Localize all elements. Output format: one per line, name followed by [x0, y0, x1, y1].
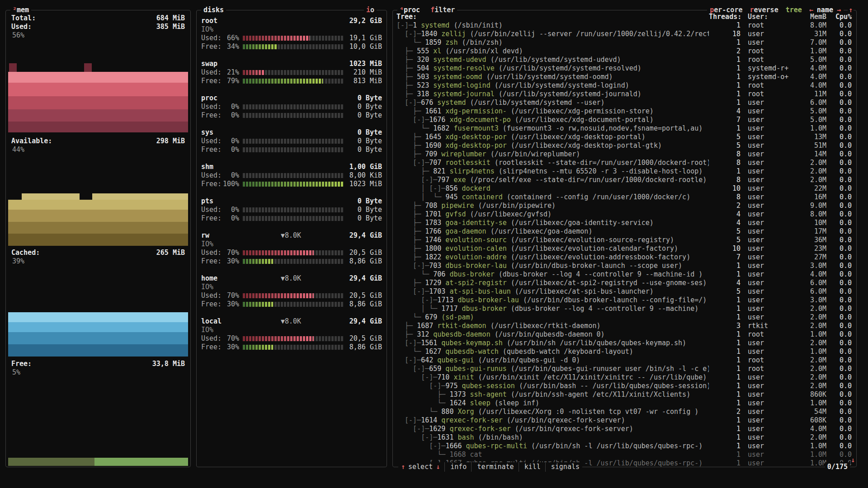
- select-up-icon[interactable]: ↑: [401, 462, 405, 472]
- process-row[interactable]: ├─ 1645xdg-desktop-por(/usr/libexec/xdg-…: [396, 133, 854, 141]
- process-user: user: [741, 373, 791, 382]
- process-row[interactable]: ├─ 1687rtkit-daemon(/usr/libexec/rtkit-d…: [396, 322, 854, 330]
- disk-used-label: Used:: [201, 137, 222, 145]
- process-pid: 1: [413, 21, 417, 29]
- disk-free-value: 0 Byte: [348, 145, 382, 154]
- disk-io-percent-label: IO%: [201, 240, 382, 249]
- process-user: root: [741, 21, 791, 30]
- column-header-user[interactable]: User:: [741, 13, 791, 21]
- process-row[interactable]: ├─ 555xl(/usr/sbin/xl devd) 2 root 1.0M …: [396, 47, 854, 56]
- disk-free-value: 0 Byte: [348, 111, 382, 120]
- footer-action[interactable]: terminate: [471, 462, 514, 472]
- process-row[interactable]: [-]─1561qubes-keymap.sh(/usr/bin/sh /usr…: [396, 339, 854, 347]
- disk-entry: sys 0 Byte Used: 0% 0 Byte Free: 0%: [201, 128, 382, 154]
- process-row[interactable]: └─ 1682fusermount3(fusermount3 -o rw,nos…: [396, 124, 854, 133]
- process-tree-cell: ├─ 318systemd-journal(/usr/lib/systemd/s…: [396, 90, 709, 99]
- mem-available-graph-strip: [92, 193, 188, 200]
- process-cpu: 0.0: [826, 167, 854, 176]
- process-row[interactable]: [-]─1703at-spi-bus-laun(/usr/libexec/at-…: [396, 287, 854, 296]
- process-row[interactable]: [-]─703dbus-broker-lau(/usr/bin/dbus-bro…: [396, 262, 854, 270]
- process-name: dbus-broker: [449, 270, 494, 278]
- proc-panel: ⁴proc filter per-corereversetree ← name …: [392, 10, 857, 467]
- process-row[interactable]: [-]─710xinit(/usr/bin/xinit /etc/X11/xin…: [396, 373, 854, 382]
- tree-branch: ├─: [396, 141, 425, 150]
- process-row[interactable]: ├─ 1766goa-daemon(/usr/libexec/goa-daemo…: [396, 227, 854, 236]
- process-row[interactable]: ├─ 709wireplumber(/usr/bin/wireplumber) …: [396, 150, 854, 159]
- process-row[interactable]: [-]─1666qubes-rpc-multi(/usr/bin/sh -l /…: [396, 442, 854, 450]
- process-row[interactable]: ├─ 504systemd-resolve(/usr/lib/systemd/s…: [396, 64, 854, 73]
- process-row[interactable]: [-]─1629qrexec-fork-ser(/usr/bin/qrexec-…: [396, 425, 854, 433]
- process-row[interactable]: [-]─676systemd(/usr/lib/systemd/systemd …: [396, 99, 854, 107]
- process-row[interactable]: [-]─1713dbus-broker-lau(/usr/bin/dbus-br…: [396, 296, 854, 305]
- process-name: dockerd: [462, 184, 490, 192]
- disk-total-size: 1,00 GiB: [349, 163, 382, 171]
- process-threads: 1: [709, 38, 741, 47]
- column-header-mem[interactable]: MemB: [791, 13, 826, 21]
- process-row[interactable]: [-]─1840zellij(/usr/bin/zellij --server …: [396, 30, 854, 38]
- process-row[interactable]: [-]─797exe(/proc/self/exe --state-dir=/r…: [396, 176, 854, 184]
- process-name: fusermount3: [453, 124, 498, 132]
- process-row[interactable]: [-]─1systemd(/sbin/init) 1 root 8.0M 0.0: [396, 21, 854, 30]
- footer-action[interactable]: kill: [519, 462, 541, 472]
- process-row[interactable]: ├─ 1822evolution-addre(/usr/libexec/evol…: [396, 253, 854, 262]
- process-cpu: 0.0: [826, 253, 854, 262]
- process-row[interactable]: └─ 880Xorg(/usr/libexec/Xorg :0 -noliste…: [396, 408, 854, 416]
- process-row[interactable]: │ [-]─856dockerd 10 user 22M 0.0: [396, 184, 854, 193]
- process-pid: 706: [433, 270, 445, 278]
- process-row[interactable]: │ └─ 1717dbus-broker(dbus-broker --log 4…: [396, 305, 854, 313]
- process-row[interactable]: ├─ 1783goa-identity-se(/usr/libexec/goa-…: [396, 219, 854, 227]
- column-header-cpu[interactable]: Cpu%: [826, 13, 854, 21]
- scroll-down-icon[interactable]: ↓: [851, 456, 855, 464]
- process-row[interactable]: └─ 1624sleep(sleep inf) 1 user 1.0M 0.0: [396, 399, 854, 408]
- process-row[interactable]: └─ 1668cat 1 user 1.0M 0.0: [396, 450, 854, 459]
- process-user: root: [741, 90, 791, 99]
- process-row[interactable]: │ └─ 945containerd(containerd --config /…: [396, 193, 854, 202]
- column-header-threads[interactable]: Threads:: [709, 13, 741, 21]
- process-row[interactable]: [-]─1614qrexec-fork-ser(/usr/bin/qrexec-…: [396, 416, 854, 425]
- process-row[interactable]: ├─ 821slirp4netns(slirp4netns --mtu 6552…: [396, 167, 854, 176]
- process-row[interactable]: ├─ 503systemd-oomd(/usr/lib/systemd/syst…: [396, 73, 854, 81]
- mem-box-toggle-key[interactable]: ²: [13, 6, 17, 14]
- process-row[interactable]: [-]─707rootlesskit(rootlesskit --state-d…: [396, 159, 854, 167]
- process-mem: 4.0M: [791, 64, 826, 73]
- process-row[interactable]: ├─ 1800evolution-calen(/usr/libexec/evol…: [396, 244, 854, 253]
- disk-free-meter: [243, 113, 344, 118]
- process-row[interactable]: ├─ 708pipewire(/usr/bin/pipewire) 2 user…: [396, 202, 854, 210]
- mem-available-value: 298 MiB: [156, 137, 185, 145]
- footer-action[interactable]: info: [444, 462, 467, 472]
- process-row[interactable]: [-]─642qubes-gui(/usr/bin/qubes-gui -d 0…: [396, 356, 854, 365]
- process-pid: 880: [441, 408, 453, 416]
- process-pid: 1561: [421, 339, 437, 347]
- process-row[interactable]: ├─ 523systemd-logind(/usr/lib/systemd/sy…: [396, 81, 854, 90]
- process-row[interactable]: └─ 679(sd-pam) 1 user 2.0M 0.0: [396, 313, 854, 322]
- process-name: qrexec-fork-ser: [441, 416, 502, 424]
- process-row[interactable]: ├─ 1661xdg-permission-(/usr/libexec/xdg-…: [396, 107, 854, 116]
- process-pid: 1676: [429, 116, 445, 124]
- process-tree-cell: ├─ 1701gvfsd(/usr/libexec/gvfsd): [396, 210, 709, 219]
- process-name: qubes-gui: [437, 356, 474, 364]
- column-header-tree[interactable]: Tree:: [396, 13, 709, 21]
- select-down-icon[interactable]: ↓: [436, 462, 440, 472]
- process-row[interactable]: ├─ 312qubesdb-daemon(/usr/bin/qubesdb-da…: [396, 330, 854, 339]
- process-row[interactable]: ├─ 318systemd-journal(/usr/lib/systemd/s…: [396, 90, 854, 99]
- process-row[interactable]: [-]─1631bash(/bin/bash) 1 user 2.0M 0.0: [396, 433, 854, 442]
- process-row[interactable]: └─ 1627qubesdb-watch(qubesdb-watch /keyb…: [396, 347, 854, 356]
- disk-name-row: swap 1023 MiB: [201, 60, 382, 68]
- process-row[interactable]: ├─ 1701gvfsd(/usr/libexec/gvfsd) 4 user …: [396, 210, 854, 219]
- process-row[interactable]: [-]─975qubes-session(/usr/bin/bash -- /u…: [396, 382, 854, 390]
- process-row[interactable]: ├─ 1690xdg-desktop-por(/usr/libexec/xdg-…: [396, 141, 854, 150]
- process-row[interactable]: ├─ 1729at-spi2-registr(/usr/libexec/at-s…: [396, 279, 854, 287]
- disk-free-percent: 30%: [222, 300, 239, 309]
- process-row[interactable]: └─ 706dbus-broker(dbus-broker --log 4 --…: [396, 270, 854, 279]
- process-command: (/usr/libexec/evolution-source-registry): [511, 236, 674, 244]
- process-row[interactable]: ├─ 320systemd-udevd(/usr/lib/systemd/sys…: [396, 56, 854, 64]
- process-cpu: 0.0: [826, 442, 854, 450]
- process-row[interactable]: [-]─1676xdg-document-po(/usr/libexec/xdg…: [396, 116, 854, 124]
- process-row[interactable]: ├─ 1746evolution-sourc(/usr/libexec/evol…: [396, 236, 854, 244]
- process-tree-cell: [-]─1631bash(/bin/bash): [396, 433, 709, 442]
- process-row[interactable]: [-]─659qubes-gui-runus(/usr/bin/qubes-gu…: [396, 365, 854, 373]
- process-row[interactable]: ├─ 1373ssh-agent(/usr/bin/ssh-agent /etc…: [396, 390, 854, 399]
- disk-used-meter: [243, 104, 344, 109]
- process-row[interactable]: └─ 1859zsh(/bin/zsh) 1 user 7.0M 0.0: [396, 38, 854, 47]
- footer-action[interactable]: signals: [545, 462, 580, 472]
